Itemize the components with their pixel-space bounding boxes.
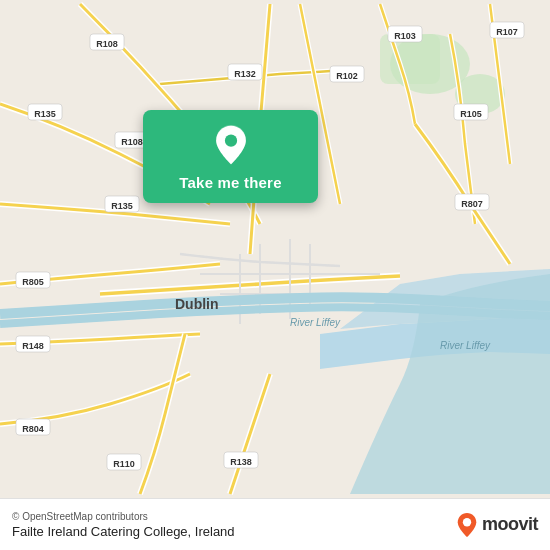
svg-text:R135: R135: [34, 109, 56, 119]
map-background: R108 R108 R132 R102 R103 R107 R105 R807: [0, 0, 550, 498]
svg-text:R807: R807: [461, 199, 483, 209]
svg-point-39: [463, 518, 471, 526]
moovit-logo-icon: [456, 512, 478, 538]
bottom-info: © OpenStreetMap contributors Failte Irel…: [12, 511, 235, 539]
svg-text:R105: R105: [460, 109, 482, 119]
osm-attribution: © OpenStreetMap contributors: [12, 511, 235, 522]
svg-text:R148: R148: [22, 341, 44, 351]
svg-text:R138: R138: [230, 457, 252, 467]
svg-point-38: [224, 135, 236, 147]
moovit-logo-text: moovit: [482, 514, 538, 535]
svg-text:R102: R102: [336, 71, 358, 81]
svg-text:R110: R110: [113, 459, 135, 469]
svg-text:R805: R805: [22, 277, 44, 287]
map-area: R108 R108 R132 R102 R103 R107 R105 R807: [0, 0, 550, 498]
svg-text:Dublin: Dublin: [175, 296, 219, 312]
svg-text:River Liffey: River Liffey: [290, 317, 341, 328]
svg-text:River Liffey: River Liffey: [440, 340, 491, 351]
take-me-there-card[interactable]: Take me there: [143, 110, 318, 203]
svg-text:R804: R804: [22, 424, 44, 434]
svg-text:R103: R103: [394, 31, 416, 41]
app: R108 R108 R132 R102 R103 R107 R105 R807: [0, 0, 550, 550]
location-label: Failte Ireland Catering College, Ireland: [12, 524, 235, 539]
bottom-bar: © OpenStreetMap contributors Failte Irel…: [0, 498, 550, 550]
svg-text:R107: R107: [496, 27, 518, 37]
moovit-branding: moovit: [456, 512, 538, 538]
take-me-there-button-label: Take me there: [179, 174, 281, 191]
svg-text:R108: R108: [121, 137, 143, 147]
svg-text:R135: R135: [111, 201, 133, 211]
svg-text:R108: R108: [96, 39, 118, 49]
svg-text:R132: R132: [234, 69, 256, 79]
location-pin-icon: [210, 124, 252, 166]
